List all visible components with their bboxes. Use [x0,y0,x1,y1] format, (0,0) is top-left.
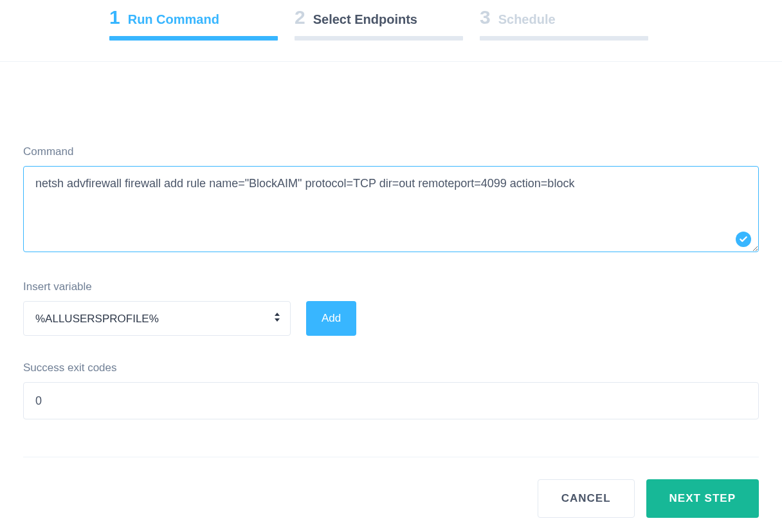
step-progress-bar [480,36,648,41]
step-label: Schedule [498,12,556,27]
command-wrap [23,166,759,255]
step-progress-bar [109,36,278,41]
next-step-button[interactable]: NEXT STEP [646,479,759,518]
step-number: 1 [109,6,120,28]
step-label: Select Endpoints [313,12,417,27]
variable-select-wrap: %ALLUSERSPROFILE% [23,301,291,336]
step-number: 3 [480,6,491,28]
step-1[interactable]: 1Run Command [109,6,278,41]
command-group: Command [23,145,759,255]
step-progress-bar [295,36,463,41]
wizard-stepper: 1Run Command2Select Endpoints3Schedule [0,0,782,41]
insert-variable-group: Insert variable %ALLUSERSPROFILE% Add [23,280,759,336]
command-label: Command [23,145,759,158]
exit-codes-group: Success exit codes [23,362,759,419]
step-label: Run Command [128,12,219,27]
insert-variable-label: Insert variable [23,280,759,293]
step-2[interactable]: 2Select Endpoints [295,6,463,41]
step-number: 2 [295,6,305,28]
command-textarea[interactable] [23,166,759,252]
exit-codes-label: Success exit codes [23,362,759,374]
exit-codes-input[interactable] [23,382,759,419]
insert-variable-row: %ALLUSERSPROFILE% Add [23,301,759,336]
variable-select[interactable]: %ALLUSERSPROFILE% [23,301,291,336]
footer-actions: CANCEL NEXT STEP [23,457,759,518]
add-variable-button[interactable]: Add [306,301,356,336]
cancel-button[interactable]: CANCEL [538,479,635,518]
form-area: Command Insert variable %ALLUSERSPROFILE… [0,62,782,419]
step-3[interactable]: 3Schedule [480,6,648,41]
